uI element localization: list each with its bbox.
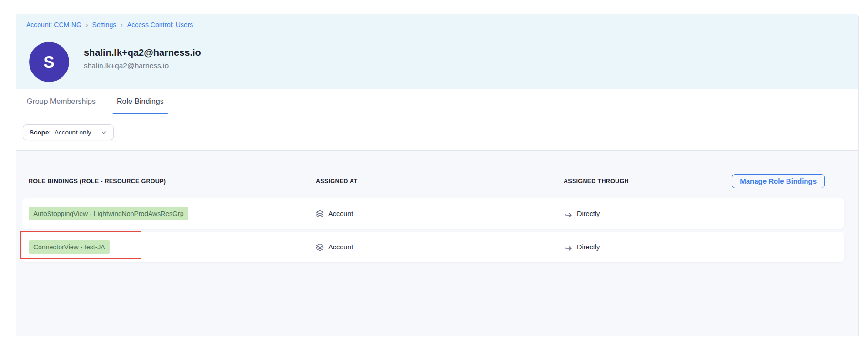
assigned-through-value: Directly: [577, 243, 600, 251]
breadcrumb-separator: ›: [121, 21, 123, 29]
profile-row: S shalin.lk+qa2@harness.io shalin.lk+qa2…: [29, 42, 858, 82]
breadcrumb-account-link[interactable]: Account: CCM-NG: [26, 21, 81, 29]
name-block: shalin.lk+qa2@harness.io shalin.lk+qa2@h…: [84, 47, 201, 70]
tabs-bar: Group Memberships Role Bindings: [16, 89, 858, 114]
main-panel: Account: CCM-NG › Settings › Access Cont…: [16, 14, 859, 336]
tab-role-bindings[interactable]: Role Bindings: [117, 89, 164, 114]
table-row: AutoStoppingView - LightwingNonProdAwsRe…: [22, 198, 844, 229]
user-display-name: shalin.lk+qa2@harness.io: [84, 47, 201, 58]
column-header-assigned-through: ASSIGNED THROUGH: [564, 178, 724, 185]
scope-dropdown-value: Account only: [54, 129, 91, 136]
table-row: ConnectorView - test-JA Account Directly: [22, 232, 844, 262]
corner-down-right-arrow-icon: [564, 243, 573, 252]
table-body: AutoStoppingView - LightwingNonProdAwsRe…: [22, 198, 852, 262]
column-header-role-bindings: ROLE BINDINGS (ROLE - RESOURCE GROUP): [29, 178, 316, 185]
layers-icon: [316, 243, 324, 251]
chevron-down-icon: [101, 129, 107, 136]
table-header-row: ROLE BINDINGS (ROLE - RESOURCE GROUP) AS…: [22, 151, 852, 198]
breadcrumb-separator: ›: [86, 21, 88, 29]
user-email: shalin.lk+qa2@harness.io: [84, 62, 201, 70]
assigned-through-cell: Directly: [564, 209, 844, 218]
breadcrumb-access-control-link[interactable]: Access Control: Users: [127, 21, 193, 29]
assigned-at-cell: Account: [316, 210, 564, 218]
tab-group-memberships[interactable]: Group Memberships: [27, 89, 96, 114]
layers-icon: [316, 210, 324, 218]
role-binding-cell: AutoStoppingView - LightwingNonProdAwsRe…: [29, 207, 316, 220]
scope-dropdown-label: Scope:: [30, 129, 51, 136]
manage-role-bindings-button[interactable]: Manage Role Bindings: [732, 174, 825, 188]
corner-down-right-arrow-icon: [564, 209, 573, 218]
avatar: S: [29, 42, 69, 82]
column-header-assigned-at: ASSIGNED AT: [316, 178, 564, 185]
breadcrumb-settings-link[interactable]: Settings: [92, 21, 117, 29]
assigned-at-value: Account: [328, 243, 353, 251]
role-binding-badge: AutoStoppingView - LightwingNonProdAwsRe…: [29, 207, 188, 220]
role-bindings-table: ROLE BINDINGS (ROLE - RESOURCE GROUP) AS…: [16, 151, 858, 336]
role-binding-cell: ConnectorView - test-JA: [29, 240, 316, 254]
assigned-through-value: Directly: [577, 210, 600, 217]
user-header: Account: CCM-NG › Settings › Access Cont…: [16, 14, 858, 89]
role-binding-badge: ConnectorView - test-JA: [29, 240, 110, 254]
assigned-at-value: Account: [328, 210, 353, 217]
breadcrumb: Account: CCM-NG › Settings › Access Cont…: [26, 21, 858, 29]
assigned-through-cell: Directly: [564, 243, 844, 252]
scope-dropdown[interactable]: Scope: Account only: [23, 124, 114, 140]
toolbar: Scope: Account only: [16, 114, 858, 151]
assigned-at-cell: Account: [316, 243, 564, 251]
